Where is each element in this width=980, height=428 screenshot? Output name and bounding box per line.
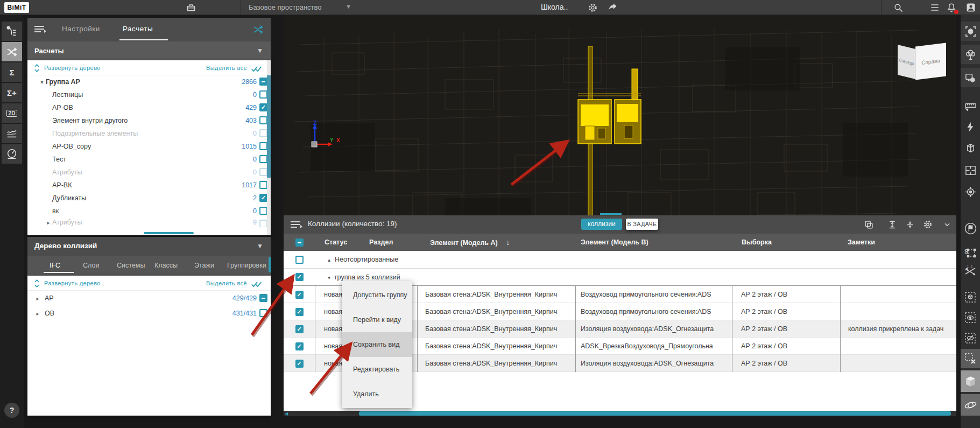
- select-all-link[interactable]: Выделить всё: [206, 280, 247, 286]
- in-task-view-button[interactable]: В ЗАДАЧЕ: [626, 219, 658, 230]
- col-notes[interactable]: Заметки: [840, 238, 956, 246]
- workspace-caret-icon[interactable]: ▼: [346, 3, 351, 10]
- model-tree-icon[interactable]: [2, 22, 22, 41]
- menu-item-allow-group[interactable]: Допустить группу: [342, 283, 412, 307]
- project-name[interactable]: Школа..: [541, 3, 568, 11]
- select-all-link[interactable]: Выделить всё: [206, 65, 247, 71]
- caret-icon[interactable]: [34, 296, 41, 301]
- tree-item-checkbox[interactable]: [259, 129, 267, 137]
- solid-cube-icon[interactable]: [961, 370, 980, 392]
- calc-section-header[interactable]: Расчеты ▼: [27, 41, 271, 60]
- tree-item-checkbox[interactable]: [259, 90, 267, 99]
- panel-menu-icon[interactable]: [34, 26, 44, 32]
- copy-icon[interactable]: [863, 219, 875, 230]
- panel-drag-handle[interactable]: [600, 213, 622, 215]
- select-all-checkbox[interactable]: [295, 238, 304, 247]
- row-checkbox[interactable]: [295, 325, 304, 333]
- expand-tree-icon[interactable]: [34, 279, 40, 290]
- chevron-down-icon[interactable]: [941, 219, 953, 230]
- s-selection-icon[interactable]: S: [961, 242, 980, 262]
- caret-icon[interactable]: [34, 311, 41, 317]
- help-button[interactable]: ?: [4, 403, 19, 418]
- dashboard-icon[interactable]: [2, 144, 22, 164]
- tree-item[interactable]: вк 0: [27, 205, 271, 217]
- tree-icon[interactable]: [961, 45, 980, 64]
- tree-item-checkbox[interactable]: [259, 309, 267, 317]
- orbit-icon[interactable]: [961, 394, 980, 416]
- tree-item[interactable]: Элемент внутри другого 403: [27, 114, 271, 127]
- tree-item[interactable]: Лестницы 0: [27, 88, 271, 101]
- tree-item[interactable]: Подозрительные элементы 0: [27, 127, 271, 140]
- panel-menu-icon[interactable]: [291, 221, 300, 228]
- calc-hscrollbar[interactable]: [144, 232, 194, 234]
- select-all-icon[interactable]: [250, 280, 263, 290]
- tree-item-checkbox[interactable]: [259, 142, 267, 150]
- tree-item[interactable]: АР-ОВ 429: [27, 101, 271, 114]
- tab-ifc[interactable]: IFC: [50, 262, 60, 269]
- col-status[interactable]: Статус: [315, 238, 359, 246]
- user-icon[interactable]: [965, 2, 977, 13]
- tree-item-checkbox[interactable]: [259, 78, 267, 86]
- gear-icon[interactable]: [587, 2, 598, 13]
- copy-selection-icon[interactable]: [961, 68, 980, 87]
- navcube-front-face[interactable]: Спереди: [898, 45, 915, 79]
- tree-item-checkbox[interactable]: [259, 220, 267, 227]
- menu-item-save-view[interactable]: Сохранить вид: [342, 332, 412, 357]
- lightning-icon[interactable]: [961, 117, 980, 137]
- collisions-icon[interactable]: [2, 42, 22, 61]
- tab-floors[interactable]: Этажи: [194, 262, 214, 269]
- section-collapse-icon[interactable]: ▼: [257, 41, 263, 60]
- bimit-logo[interactable]: BiMiT: [4, 2, 29, 13]
- tree-item[interactable]: АР 429/429: [27, 291, 271, 306]
- col-model-a[interactable]: Элемент (Модель А) ↓: [417, 238, 575, 247]
- caret-icon[interactable]: [45, 220, 52, 226]
- tab-classes[interactable]: Классы: [154, 262, 178, 269]
- tree-item[interactable]: Атрибуты 9: [27, 217, 271, 227]
- group-caret-icon[interactable]: [328, 257, 330, 263]
- expand-tree-link[interactable]: Развернуть дерево: [44, 65, 101, 71]
- sum-icon[interactable]: Σ: [2, 62, 22, 82]
- row-checkbox[interactable]: [295, 308, 304, 316]
- tree-item-checkbox[interactable]: [259, 155, 267, 163]
- row-checkbox[interactable]: [295, 360, 304, 368]
- collision-pair-icon[interactable]: 12: [961, 262, 980, 281]
- menu-item-delete[interactable]: Удалить: [342, 382, 412, 406]
- select-object-icon[interactable]: [961, 22, 980, 41]
- row-checkbox[interactable]: [295, 342, 304, 350]
- show-selection-icon[interactable]: [961, 308, 980, 327]
- tree-item[interactable]: ОВ 431/431: [27, 306, 271, 321]
- notifications-icon[interactable]: [946, 2, 957, 13]
- collisions-view-button[interactable]: коллизии: [581, 219, 622, 230]
- tree-item[interactable]: Атрибуты 0: [27, 166, 271, 179]
- tree-item-checkbox[interactable]: [259, 168, 267, 176]
- ruler-icon[interactable]: [961, 96, 980, 115]
- tab-layers[interactable]: Слои: [83, 262, 99, 269]
- group-checkbox[interactable]: [295, 273, 304, 281]
- expand-tree-icon[interactable]: [34, 64, 40, 74]
- group-row[interactable]: Неотсортированные: [284, 251, 956, 269]
- tree-item-checkbox[interactable]: [259, 207, 267, 215]
- tab-calculations[interactable]: Расчеты: [123, 25, 153, 33]
- 2d-icon[interactable]: 2D: [2, 103, 22, 123]
- group-checkbox[interactable]: [295, 256, 304, 264]
- table-hscrollbar[interactable]: ◀: [284, 411, 956, 416]
- tab-settings[interactable]: Настройки: [62, 25, 100, 33]
- sum-plus-icon[interactable]: Σ+: [2, 83, 22, 102]
- col-section[interactable]: Раздел: [359, 238, 417, 246]
- tab-groupings[interactable]: Группировки: [227, 262, 266, 269]
- sort-arrow-icon[interactable]: ↓: [506, 238, 510, 247]
- navcube-right-face[interactable]: Справа: [915, 43, 946, 80]
- col-model-b[interactable]: Элемент (Модель B): [575, 238, 732, 246]
- search-icon[interactable]: [892, 2, 904, 13]
- tree-item[interactable]: АР-ОВ_copy 1015: [27, 140, 271, 153]
- expand-tree-link[interactable]: Развернуть дерево: [44, 280, 101, 286]
- floor-plan-icon[interactable]: [961, 160, 980, 180]
- tree-item[interactable]: АР-ВК 1017: [27, 179, 271, 192]
- tree-item-checkbox[interactable]: [259, 181, 267, 189]
- caret-icon[interactable]: [38, 79, 46, 85]
- tree-item[interactable]: Дубликаты 2: [27, 192, 271, 205]
- tree-item[interactable]: Группа АР 2866: [27, 75, 271, 88]
- scroll-left-icon[interactable]: ◀: [285, 411, 288, 416]
- group-caret-icon[interactable]: [328, 275, 330, 280]
- flag-icon[interactable]: [961, 219, 980, 238]
